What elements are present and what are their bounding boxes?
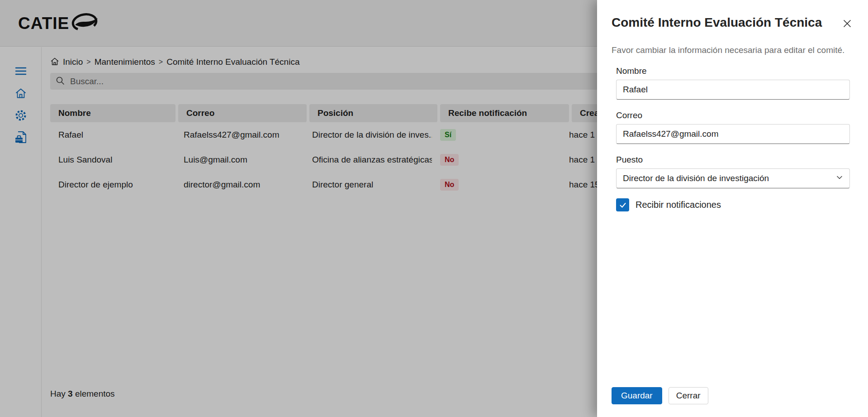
modal-scrim[interactable] bbox=[0, 0, 597, 417]
puesto-dropdown[interactable]: Director de la división de investigación bbox=[616, 168, 850, 188]
edit-committee-drawer: Comité Interno Evaluación Técnica Favor … bbox=[597, 0, 868, 417]
recibir-notificaciones-label: Recibir notificaciones bbox=[636, 200, 721, 210]
correo-field[interactable] bbox=[616, 124, 850, 144]
puesto-selected-value: Director de la división de investigación bbox=[623, 173, 769, 183]
nombre-label: Nombre bbox=[616, 66, 854, 76]
save-button[interactable]: Guardar bbox=[612, 387, 662, 404]
close-icon[interactable] bbox=[841, 17, 854, 30]
checkbox-checked-icon bbox=[616, 198, 629, 211]
puesto-label: Puesto bbox=[616, 155, 854, 165]
app-root: CATIE bbox=[0, 0, 868, 417]
nombre-field[interactable] bbox=[616, 80, 850, 100]
drawer-subtitle: Favor cambiar la información necesaria p… bbox=[612, 45, 854, 55]
recibir-notificaciones-checkbox[interactable]: Recibir notificaciones bbox=[616, 198, 854, 211]
drawer-title: Comité Interno Evaluación Técnica bbox=[612, 14, 822, 31]
correo-label: Correo bbox=[616, 110, 854, 120]
chevron-down-icon bbox=[836, 173, 843, 183]
close-button[interactable]: Cerrar bbox=[669, 387, 708, 404]
